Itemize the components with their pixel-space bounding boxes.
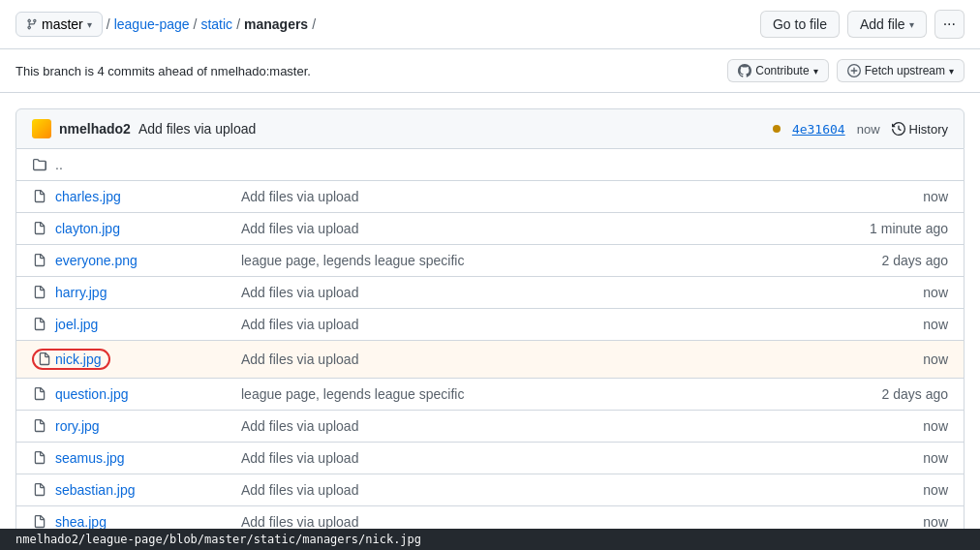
commit-status-dot bbox=[773, 125, 781, 133]
file-icon bbox=[32, 386, 47, 402]
file-link[interactable]: charles.jpg bbox=[55, 189, 121, 204]
branch-info-bar: This branch is 4 commits ahead of nmelha… bbox=[0, 49, 980, 93]
branch-actions: Contribute ▾ Fetch upstream ▾ bbox=[727, 59, 965, 82]
file-message: Add files via upload bbox=[226, 221, 832, 236]
branch-chevron: ▾ bbox=[87, 19, 92, 30]
history-button[interactable]: History bbox=[892, 122, 948, 137]
add-file-button[interactable]: Add file ▾ bbox=[847, 11, 927, 38]
table-row: .. bbox=[16, 149, 964, 181]
file-icon bbox=[32, 418, 47, 434]
file-link[interactable]: rory.jpg bbox=[55, 418, 100, 434]
file-link[interactable]: seamus.jpg bbox=[55, 450, 125, 466]
file-link[interactable]: question.jpg bbox=[55, 386, 129, 402]
breadcrumb: master ▾ / league-page / static / manage… bbox=[15, 12, 316, 37]
highlighted-file-name: nick.jpg bbox=[32, 349, 110, 370]
file-time: 1 minute ago bbox=[832, 221, 948, 236]
table-row: charles.jpg Add files via upload now bbox=[16, 181, 964, 213]
file-message: Add files via upload bbox=[226, 285, 832, 300]
file-message: league page, legends league specific bbox=[226, 253, 832, 268]
table-row: seamus.jpg Add files via upload now bbox=[16, 443, 964, 474]
file-link[interactable]: everyone.png bbox=[55, 253, 138, 268]
add-file-chevron: ▾ bbox=[909, 19, 914, 30]
table-row: sebastian.jpg Add files via upload now bbox=[16, 474, 964, 506]
file-time: now bbox=[832, 482, 948, 498]
file-time: now bbox=[832, 514, 948, 530]
file-link[interactable]: clayton.jpg bbox=[55, 221, 120, 236]
file-message: Add files via upload bbox=[226, 418, 832, 434]
contribute-button[interactable]: Contribute ▾ bbox=[727, 59, 828, 82]
file-time: now bbox=[832, 285, 948, 300]
file-icon bbox=[32, 253, 47, 268]
branch-icon bbox=[26, 18, 38, 30]
go-to-file-button[interactable]: Go to file bbox=[760, 11, 840, 38]
file-link[interactable]: joel.jpg bbox=[55, 317, 98, 332]
table-row: nick.jpg Add files via upload now bbox=[16, 341, 964, 379]
top-bar: master ▾ / league-page / static / manage… bbox=[0, 0, 980, 49]
top-actions: Go to file Add file ▾ ··· bbox=[760, 10, 965, 39]
file-icon bbox=[32, 221, 47, 236]
contribute-icon bbox=[738, 64, 751, 77]
breadcrumb-managers: managers bbox=[244, 16, 308, 32]
breadcrumb-league-page[interactable]: league-page bbox=[114, 16, 190, 32]
file-icon bbox=[32, 482, 47, 498]
file-message: Add files via upload bbox=[226, 317, 832, 332]
history-icon bbox=[892, 122, 905, 136]
file-time: now bbox=[832, 418, 948, 434]
commit-info-right: 4e31604 now History bbox=[773, 122, 948, 137]
commit-sha-link[interactable]: 4e31604 bbox=[792, 122, 845, 137]
file-icon bbox=[32, 450, 47, 466]
file-message: league page, legends league specific bbox=[226, 386, 832, 402]
file-time: 2 days ago bbox=[832, 253, 948, 268]
commit-author: nmelhado2 bbox=[59, 121, 131, 137]
branch-label: master bbox=[42, 16, 83, 32]
avatar bbox=[32, 119, 51, 138]
table-row: harry.jpg Add files via upload now bbox=[16, 277, 964, 309]
table-row: rory.jpg Add files via upload now bbox=[16, 411, 964, 443]
file-message: Add files via upload bbox=[226, 351, 832, 367]
history-label: History bbox=[909, 122, 948, 137]
file-message: Add files via upload bbox=[226, 514, 832, 530]
file-icon bbox=[32, 317, 47, 332]
breadcrumb-static[interactable]: static bbox=[200, 16, 232, 32]
file-time: now bbox=[832, 351, 948, 367]
fetch-icon bbox=[847, 64, 861, 77]
file-time: now bbox=[832, 189, 948, 204]
file-table: .. charles.jpg Add files via upload now … bbox=[15, 149, 965, 550]
file-time: now bbox=[832, 317, 948, 332]
file-rows-container: charles.jpg Add files via upload now cla… bbox=[16, 181, 964, 550]
commit-time: now bbox=[857, 122, 880, 137]
main-content: nmelhado2 Add files via upload 4e31604 n… bbox=[0, 93, 980, 550]
table-row: everyone.png league page, legends league… bbox=[16, 245, 964, 277]
table-row: question.jpg league page, legends league… bbox=[16, 379, 964, 411]
file-icon bbox=[32, 285, 47, 300]
file-icon bbox=[38, 351, 51, 367]
file-time: now bbox=[832, 450, 948, 466]
file-message: Add files via upload bbox=[226, 450, 832, 466]
branch-selector[interactable]: master ▾ bbox=[15, 12, 103, 37]
commit-message: Add files via upload bbox=[138, 121, 256, 137]
parent-dir-icon bbox=[32, 157, 47, 172]
file-link[interactable]: shea.jpg bbox=[55, 514, 107, 530]
file-message: Add files via upload bbox=[226, 482, 832, 498]
more-options-button[interactable]: ··· bbox=[934, 10, 965, 39]
file-link[interactable]: sebastian.jpg bbox=[55, 482, 136, 498]
file-link[interactable]: nick.jpg bbox=[55, 351, 101, 367]
table-row: clayton.jpg Add files via upload 1 minut… bbox=[16, 213, 964, 245]
file-icon bbox=[32, 514, 47, 530]
file-link[interactable]: harry.jpg bbox=[55, 285, 107, 300]
commit-header: nmelhado2 Add files via upload 4e31604 n… bbox=[15, 108, 965, 149]
status-bar: nmelhado2/league-page/blob/master/static… bbox=[0, 529, 980, 550]
branch-ahead-message: This branch is 4 commits ahead of nmelha… bbox=[15, 64, 311, 78]
table-row: joel.jpg Add files via upload now bbox=[16, 309, 964, 341]
status-url: nmelhado2/league-page/blob/master/static… bbox=[15, 533, 421, 546]
fetch-upstream-button[interactable]: Fetch upstream ▾ bbox=[837, 59, 965, 82]
file-message: Add files via upload bbox=[226, 189, 832, 204]
file-icon bbox=[32, 189, 47, 204]
file-time: 2 days ago bbox=[832, 386, 948, 402]
commit-info-left: nmelhado2 Add files via upload bbox=[32, 119, 256, 138]
